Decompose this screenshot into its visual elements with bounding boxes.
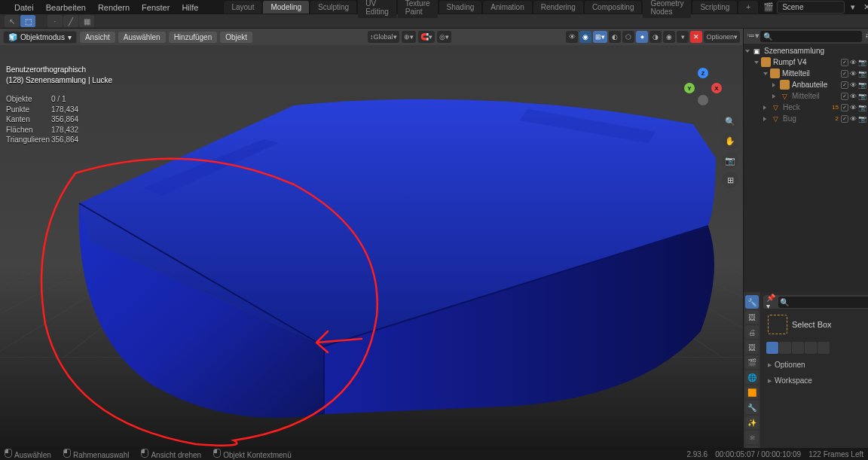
select-box-tool-icon[interactable] bbox=[768, 315, 787, 334]
tab-animation[interactable]: Animation bbox=[483, 1, 531, 14]
tab-rendering[interactable]: Rendering bbox=[533, 1, 583, 14]
outliner-row-scene[interactable]: ▣ Szenensammlung bbox=[744, 45, 868, 56]
orientation-dropdown[interactable]: ↕ Global ▾ bbox=[368, 31, 399, 43]
pan-icon[interactable]: ✋ bbox=[722, 133, 738, 149]
menu-file[interactable]: Datei bbox=[9, 2, 39, 14]
proportional-toggle[interactable]: ◎▾ bbox=[437, 31, 451, 43]
top-menu-bar: Datei Bearbeiten Rendern Fenster Hilfe L… bbox=[0, 0, 868, 14]
viewport-canvas[interactable]: Benutzerorthographisch (128) Szenensamml… bbox=[0, 45, 743, 448]
tab-uv-editing[interactable]: UV Editing bbox=[358, 0, 396, 18]
perspective-icon[interactable]: ⊞ bbox=[722, 172, 738, 188]
mesh-object-icon: ▽ bbox=[771, 114, 781, 123]
gizmo-visibility[interactable]: 👁 bbox=[566, 31, 578, 43]
shading-matprev-icon[interactable]: ◑ bbox=[649, 31, 662, 43]
tab-sculpting[interactable]: Sculpting bbox=[310, 1, 356, 14]
scene-new-icon[interactable]: ✕ bbox=[861, 2, 868, 13]
axis-center-icon[interactable] bbox=[698, 95, 708, 105]
viewport-header: 🧊Objektmodus▾ Ansicht Auswählen Hinzufüg… bbox=[0, 29, 743, 45]
menu-render[interactable]: Rendern bbox=[93, 2, 135, 14]
props-pin-icon[interactable]: 📌▾ bbox=[766, 294, 775, 310]
select-invert-icon[interactable] bbox=[818, 342, 830, 354]
shading-solid-icon[interactable]: ● bbox=[636, 31, 648, 43]
mesh-object-icon: ▽ bbox=[771, 102, 781, 112]
menu-edit[interactable]: Bearbeiten bbox=[41, 2, 91, 14]
outliner-row-mittelteil-col[interactable]: Mittelteil ✓👁📷 bbox=[744, 68, 868, 79]
tab-physics[interactable]: ⚛ bbox=[745, 431, 759, 444]
shading-dropdown[interactable]: ▾ bbox=[677, 31, 689, 43]
close-region-icon[interactable]: ✕ bbox=[690, 31, 702, 43]
select-subtract-icon[interactable] bbox=[792, 342, 804, 354]
snap-edge-icon[interactable]: ╱ bbox=[63, 15, 78, 27]
mode-selector[interactable]: 🧊Objektmodus▾ bbox=[3, 31, 77, 44]
select-intersect-icon[interactable] bbox=[805, 342, 817, 354]
xray-toggle[interactable]: ◐ bbox=[609, 31, 621, 43]
tab-add[interactable]: + bbox=[738, 1, 758, 14]
status-box: Rahmenauswahl bbox=[63, 449, 130, 459]
menu-window[interactable]: Fenster bbox=[136, 2, 175, 14]
tab-output[interactable]: 🖨 bbox=[745, 325, 759, 339]
props-search-input[interactable] bbox=[778, 297, 868, 308]
view-menu[interactable]: Ansicht bbox=[80, 32, 115, 43]
camera-icon[interactable]: 📷 bbox=[722, 152, 738, 169]
add-menu[interactable]: Hinzufügen bbox=[169, 32, 218, 43]
status-select: Auswählen bbox=[5, 449, 51, 459]
outliner-row-anbauteile[interactable]: Anbauteile ✓👁📷 bbox=[744, 79, 868, 90]
shading-wire-icon[interactable]: ⬡ bbox=[622, 31, 634, 43]
tab-world[interactable]: 🌐 bbox=[745, 370, 759, 384]
pivot-dropdown[interactable]: ⊕▾ bbox=[402, 31, 416, 43]
panel-workspace-disclosure[interactable]: Workspace bbox=[763, 374, 868, 387]
select-extend-icon[interactable] bbox=[779, 342, 791, 354]
tab-layout[interactable]: Layout bbox=[224, 1, 261, 14]
tab-object[interactable]: 🟧 bbox=[745, 385, 759, 399]
tab-modeling[interactable]: Modeling bbox=[263, 1, 309, 14]
outliner-search-input[interactable] bbox=[760, 31, 862, 42]
mesh-hull-object[interactable] bbox=[38, 83, 716, 437]
tab-render[interactable]: 🖼 bbox=[745, 310, 759, 324]
select-mode-buttons bbox=[763, 340, 868, 355]
tab-geometry-nodes[interactable]: Geometry Nodes bbox=[643, 0, 691, 18]
cursor-icon[interactable]: ↖ bbox=[5, 15, 20, 27]
overlay-toggle[interactable]: ⊞▾ bbox=[593, 31, 607, 43]
visibility-icon[interactable]: 👁 bbox=[850, 59, 857, 66]
tab-shading[interactable]: Shading bbox=[439, 1, 482, 14]
outliner-tree[interactable]: ▣ Szenensammlung Rumpf V4 ✓👁📷 Mittelteil… bbox=[744, 44, 868, 292]
zoom-icon[interactable]: 🔍 bbox=[722, 113, 738, 129]
outliner-row-mittelteil-obj[interactable]: ▽ Mittelteil ✓👁📷 bbox=[744, 90, 868, 102]
snap-toggle[interactable]: 🧲▾ bbox=[418, 31, 435, 43]
object-menu[interactable]: Objekt bbox=[220, 32, 252, 43]
outliner-filter-icon[interactable]: ⮂ bbox=[865, 31, 868, 41]
select-menu[interactable]: Auswählen bbox=[118, 32, 166, 43]
axis-z-icon[interactable]: Z bbox=[698, 68, 708, 78]
gizmo-toggle[interactable]: ◉ bbox=[579, 31, 591, 43]
outliner-row-heck[interactable]: ▽ Heck15 ✓👁📷 bbox=[744, 102, 868, 113]
tab-modifier[interactable]: 🔧 bbox=[745, 401, 759, 414]
render-icon[interactable]: 📷 bbox=[858, 59, 866, 66]
options-dropdown[interactable]: Optionen ▾ bbox=[704, 31, 740, 43]
tab-scene[interactable]: 🎬 bbox=[745, 355, 759, 369]
tab-viewlayer[interactable]: 🖼 bbox=[745, 340, 759, 354]
select-new-icon[interactable] bbox=[766, 342, 778, 354]
scene-browse-icon[interactable]: ▾ bbox=[848, 2, 858, 13]
mmb-icon bbox=[141, 449, 148, 458]
tab-texture-paint[interactable]: Texture Paint bbox=[398, 0, 438, 18]
3d-viewport[interactable]: 🧊Objektmodus▾ Ansicht Auswählen Hinzufüg… bbox=[0, 29, 743, 448]
tab-tool[interactable]: 🔧 bbox=[745, 295, 759, 309]
tab-compositing[interactable]: Compositing bbox=[585, 1, 642, 14]
snap-face-icon[interactable]: ▦ bbox=[79, 15, 94, 27]
tab-particle[interactable]: ✨ bbox=[745, 416, 759, 429]
axis-y-icon[interactable]: Y bbox=[684, 83, 695, 93]
axis-x-icon[interactable]: X bbox=[711, 83, 722, 93]
tab-scripting[interactable]: Scripting bbox=[692, 1, 737, 14]
outliner-row-rumpf[interactable]: Rumpf V4 ✓👁📷 bbox=[744, 56, 868, 68]
snap-vert-icon[interactable]: · bbox=[47, 15, 63, 27]
properties-panel: 🔧 🖼 🖨 🖼 🎬 🌐 🟧 🔧 ✨ ⚛ 🔗 ▽ ● 📌▾ ▾ bbox=[744, 292, 868, 460]
outliner-display-icon[interactable]: ≔▾ bbox=[747, 31, 757, 41]
active-tool-row: Select Box bbox=[763, 312, 868, 337]
select-mode-icon[interactable]: ⬚ bbox=[20, 15, 35, 27]
scene-name-input[interactable] bbox=[777, 1, 845, 14]
menu-help[interactable]: Hilfe bbox=[176, 2, 203, 14]
outliner-row-bug[interactable]: ▽ Bug2 ✓👁📷 bbox=[744, 113, 868, 124]
shading-rendered-icon[interactable]: ◉ bbox=[663, 31, 675, 43]
panel-options-disclosure[interactable]: Optionen bbox=[763, 358, 868, 371]
navigation-gizmo[interactable]: Z Y X bbox=[684, 68, 722, 105]
